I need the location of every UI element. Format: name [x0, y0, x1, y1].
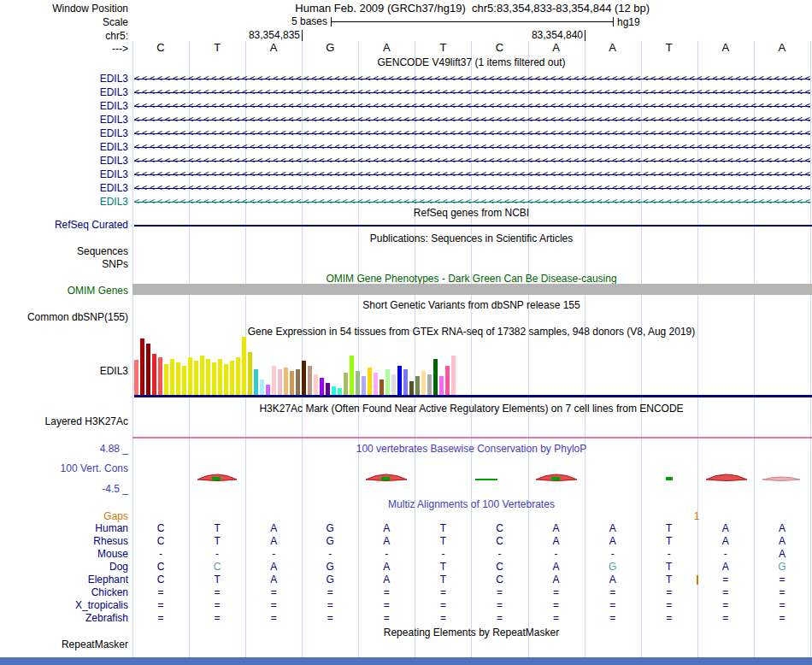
gtex-expression-bar[interactable]: [308, 366, 312, 395]
gtex-expression-bar[interactable]: [338, 388, 342, 395]
gtex-expression-bar[interactable]: [212, 362, 216, 395]
gtex-expression-bar[interactable]: [397, 366, 402, 395]
gtex-expression-bar[interactable]: [194, 361, 198, 395]
multiz-species-label[interactable]: X_tropicalis: [0, 599, 128, 611]
multiz-track-title[interactable]: Multiz Alignments of 100 Vertebrates: [132, 498, 810, 510]
gtex-expression-bar[interactable]: [326, 383, 330, 395]
gencode-transcript-label[interactable]: EDIL3: [0, 141, 128, 153]
gtex-expression-bar[interactable]: [260, 380, 264, 395]
omim-track-title[interactable]: OMIM Gene Phenotypes - Dark Green Can Be…: [132, 273, 810, 285]
gtex-expression-bar[interactable]: [176, 362, 180, 395]
gtex-expression-bar[interactable]: [170, 359, 174, 395]
gtex-expression-bar[interactable]: [164, 364, 168, 395]
h3k27ac-label[interactable]: Layered H3K27Ac: [0, 415, 128, 427]
conservation-track-title[interactable]: 100 vertebrates Basewise Conservation by…: [132, 443, 810, 455]
gtex-expression-bar[interactable]: [278, 369, 282, 395]
gtex-expression-bar[interactable]: [451, 356, 456, 395]
multiz-species-label[interactable]: Human: [0, 522, 128, 534]
gencode-transcript-row[interactable]: EDIL3<<<<<<<<<<<<<<<<<<<<<<<<<<<<<<<<<<<…: [0, 195, 812, 209]
gtex-expression-bar[interactable]: [368, 368, 372, 395]
gtex-expression-bar[interactable]: [224, 364, 228, 395]
publications-track-title[interactable]: Publications: Sequences in Scientific Ar…: [132, 232, 810, 244]
gtex-expression-bar[interactable]: [188, 357, 192, 395]
gtex-expression-bar[interactable]: [320, 378, 324, 395]
gtex-expression-bar[interactable]: [409, 381, 414, 395]
gtex-expression-bar[interactable]: [230, 361, 234, 395]
gencode-transcript-label[interactable]: EDIL3: [0, 168, 128, 180]
conservation-wiggle[interactable]: [132, 465, 810, 494]
gtex-expression-bar[interactable]: [236, 357, 240, 395]
gencode-transcript-model[interactable]: <<<<<<<<<<<<<<<<<<<<<<<<<<<<<<<<<<<<<<<<…: [134, 113, 810, 127]
gencode-transcript-model[interactable]: <<<<<<<<<<<<<<<<<<<<<<<<<<<<<<<<<<<<<<<<…: [134, 140, 810, 154]
multiz-species-label[interactable]: Dog: [0, 561, 128, 573]
gencode-transcript-model[interactable]: <<<<<<<<<<<<<<<<<<<<<<<<<<<<<<<<<<<<<<<<…: [134, 72, 810, 85]
gencode-track-title[interactable]: GENCODE V49lift37 (1 items filtered out): [132, 56, 810, 68]
refseq-track-title[interactable]: RefSeq genes from NCBI: [132, 207, 810, 219]
gencode-transcript-model[interactable]: <<<<<<<<<<<<<<<<<<<<<<<<<<<<<<<<<<<<<<<<…: [134, 99, 810, 113]
gtex-expression-bar[interactable]: [332, 386, 336, 395]
multiz-species-label[interactable]: Mouse: [0, 548, 128, 560]
omim-gene-item[interactable]: [132, 284, 812, 295]
gtex-expression-bar[interactable]: [433, 359, 438, 395]
publications-snps-label[interactable]: SNPs: [0, 258, 128, 270]
gencode-transcript-row[interactable]: EDIL3<<<<<<<<<<<<<<<<<<<<<<<<<<<<<<<<<<<…: [0, 72, 812, 85]
gencode-transcript-row[interactable]: EDIL3<<<<<<<<<<<<<<<<<<<<<<<<<<<<<<<<<<<…: [0, 113, 812, 127]
gtex-expression-bar[interactable]: [158, 357, 162, 395]
gtex-expression-bar[interactable]: [272, 366, 276, 395]
gtex-expression-bar[interactable]: [391, 374, 396, 395]
gtex-expression-bar[interactable]: [427, 374, 432, 395]
gtex-expression-bar[interactable]: [266, 385, 270, 395]
multiz-species-label[interactable]: Zebrafish: [0, 612, 128, 624]
gencode-transcript-label[interactable]: EDIL3: [0, 182, 128, 194]
gencode-transcript-row[interactable]: EDIL3<<<<<<<<<<<<<<<<<<<<<<<<<<<<<<<<<<<…: [0, 127, 812, 140]
gencode-transcript-label[interactable]: EDIL3: [0, 100, 128, 112]
gencode-transcript-label[interactable]: EDIL3: [0, 86, 128, 98]
multiz-species-label[interactable]: Chicken: [0, 586, 128, 598]
conservation-label[interactable]: 100 Vert. Cons: [0, 462, 128, 474]
refseq-curated-item[interactable]: [134, 225, 812, 227]
gtex-expression-bar[interactable]: [242, 337, 246, 395]
multiz-species-label[interactable]: Elephant: [0, 574, 128, 586]
gtex-expression-bar[interactable]: [380, 380, 384, 395]
gtex-expression-bar[interactable]: [140, 338, 144, 395]
gencode-transcript-label[interactable]: EDIL3: [0, 155, 128, 167]
gtex-expression-bar[interactable]: [296, 369, 300, 395]
gencode-transcript-model[interactable]: <<<<<<<<<<<<<<<<<<<<<<<<<<<<<<<<<<<<<<<<…: [134, 168, 810, 181]
gtex-expression-bar[interactable]: [284, 368, 288, 395]
gtex-expression-bar[interactable]: [344, 373, 348, 395]
gtex-expression-bar[interactable]: [439, 376, 444, 395]
gencode-transcript-row[interactable]: EDIL3<<<<<<<<<<<<<<<<<<<<<<<<<<<<<<<<<<<…: [0, 154, 812, 168]
gencode-transcript-label[interactable]: EDIL3: [0, 127, 128, 139]
gtex-expression-bar[interactable]: [415, 376, 420, 395]
h3k27ac-signal-line[interactable]: [132, 437, 812, 438]
multiz-species-label[interactable]: Rhesus: [0, 535, 128, 547]
gencode-transcript-model[interactable]: <<<<<<<<<<<<<<<<<<<<<<<<<<<<<<<<<<<<<<<<…: [134, 181, 810, 195]
dbsnp-track-title[interactable]: Short Genetic Variants from dbSNP releas…: [132, 299, 810, 311]
gencode-transcript-model[interactable]: <<<<<<<<<<<<<<<<<<<<<<<<<<<<<<<<<<<<<<<<…: [134, 85, 810, 99]
gencode-transcript-row[interactable]: EDIL3<<<<<<<<<<<<<<<<<<<<<<<<<<<<<<<<<<<…: [0, 181, 812, 195]
gtex-expression-bar[interactable]: [248, 352, 252, 395]
gtex-expression-bar[interactable]: [290, 371, 294, 395]
gencode-transcript-label[interactable]: EDIL3: [0, 196, 128, 208]
gtex-expression-bar[interactable]: [182, 366, 186, 395]
repeatmasker-track-title[interactable]: Repeating Elements by RepeatMasker: [132, 627, 810, 639]
gtex-expression-bar[interactable]: [374, 373, 378, 395]
gencode-transcript-model[interactable]: <<<<<<<<<<<<<<<<<<<<<<<<<<<<<<<<<<<<<<<<…: [134, 154, 810, 168]
gtex-expression-bar[interactable]: [350, 356, 354, 395]
gtex-expression-bar[interactable]: [200, 356, 204, 395]
gtex-expression-bar[interactable]: [206, 359, 210, 395]
gencode-transcript-model[interactable]: <<<<<<<<<<<<<<<<<<<<<<<<<<<<<<<<<<<<<<<<…: [134, 195, 810, 209]
gtex-expression-bar[interactable]: [385, 369, 390, 395]
dbsnp-label[interactable]: Common dbSNP(155): [0, 311, 128, 323]
gencode-transcript-row[interactable]: EDIL3<<<<<<<<<<<<<<<<<<<<<<<<<<<<<<<<<<<…: [0, 85, 812, 99]
multiz-gaps-label[interactable]: Gaps: [0, 510, 128, 522]
gtex-expression-bar[interactable]: [421, 371, 426, 395]
gtex-expression-bar[interactable]: [152, 354, 156, 395]
gtex-expression-bar[interactable]: [254, 369, 258, 395]
gtex-expression-bar[interactable]: [356, 371, 360, 395]
omim-genes-label[interactable]: OMIM Genes: [0, 285, 128, 297]
gencode-transcript-label[interactable]: EDIL3: [0, 73, 128, 85]
gtex-expression-bar[interactable]: [403, 369, 408, 395]
gtex-expression-bar[interactable]: [146, 344, 150, 395]
gtex-expression-bar[interactable]: [362, 376, 366, 395]
